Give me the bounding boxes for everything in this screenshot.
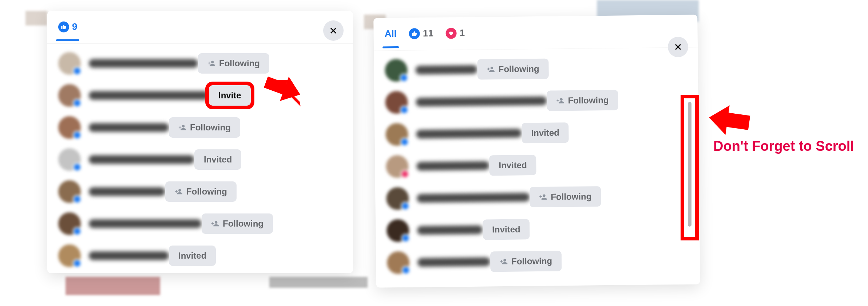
following-button[interactable]: Following <box>490 251 562 272</box>
reaction-row: Following <box>58 47 342 79</box>
person-name[interactable] <box>89 219 202 228</box>
reactions-tabs: 9 <box>47 11 353 44</box>
like-icon <box>73 259 82 268</box>
like-icon <box>400 106 409 114</box>
person-name[interactable] <box>89 123 169 132</box>
like-icon <box>409 28 420 39</box>
following-button[interactable]: Following <box>198 53 269 74</box>
avatar[interactable] <box>58 148 81 171</box>
person-name[interactable] <box>89 251 169 260</box>
avatar[interactable] <box>58 52 81 75</box>
person-name[interactable] <box>89 91 209 100</box>
button-label: Invited <box>178 251 206 261</box>
person-name[interactable] <box>417 257 490 267</box>
person-name[interactable] <box>417 225 483 235</box>
close-icon <box>674 43 682 51</box>
like-icon <box>73 67 82 75</box>
following-button[interactable]: Following <box>477 59 549 80</box>
following-button[interactable]: Following <box>547 90 618 111</box>
invited-button[interactable]: Invited <box>169 246 216 266</box>
following-button[interactable]: Following <box>169 117 240 138</box>
reaction-row: Invited <box>386 148 688 183</box>
avatar[interactable] <box>58 84 81 107</box>
reaction-row: Following <box>58 208 342 240</box>
button-label: Invited <box>499 160 527 170</box>
avatar[interactable] <box>386 155 409 178</box>
person-name[interactable] <box>416 65 477 75</box>
reaction-row: Invited <box>387 212 689 247</box>
tab-all[interactable]: All <box>384 28 397 47</box>
tab-love[interactable]: 1 <box>446 27 465 47</box>
person-name[interactable] <box>416 129 522 138</box>
reaction-row: Invited <box>385 115 688 151</box>
annotation-scroll-text: Don't Forget to Scroll <box>713 138 854 154</box>
person-name[interactable] <box>89 59 198 68</box>
button-label: Following <box>223 219 263 229</box>
tab-like[interactable]: 9 <box>58 21 77 40</box>
reaction-row: Invited <box>58 240 342 272</box>
add-friend-icon <box>500 258 508 266</box>
following-button[interactable]: Following <box>202 213 273 234</box>
reactions-list: FollowingInviteFollowingInvitedFollowing… <box>47 44 353 272</box>
person-name[interactable] <box>417 193 530 203</box>
reaction-row: Following <box>386 180 689 215</box>
add-friend-icon <box>539 193 547 201</box>
tab-like-count: 11 <box>423 28 433 39</box>
add-friend-icon <box>487 65 495 73</box>
invite-button[interactable]: Invite <box>209 85 251 106</box>
reactions-dialog-left: 9 FollowingInviteFollowingInvitedFollowi… <box>47 11 353 273</box>
button-label: Following <box>190 122 231 133</box>
reactions-dialog-right: All 11 1 FollowingFollowingInvitedInvite… <box>373 15 700 287</box>
close-button[interactable] <box>668 37 689 58</box>
close-icon <box>329 26 338 35</box>
button-label: Following <box>551 191 591 202</box>
like-icon <box>401 202 409 211</box>
avatar[interactable] <box>385 91 408 114</box>
avatar[interactable] <box>386 187 409 210</box>
avatar[interactable] <box>58 180 81 203</box>
avatar[interactable] <box>58 116 81 139</box>
avatar[interactable] <box>385 123 408 146</box>
like-icon <box>73 99 82 107</box>
following-button[interactable]: Following <box>530 186 601 207</box>
avatar[interactable] <box>385 59 408 82</box>
person-name[interactable] <box>89 187 165 196</box>
person-name[interactable] <box>89 155 194 164</box>
reaction-row: Invited <box>58 144 342 176</box>
invited-button[interactable]: Invited <box>489 155 536 176</box>
button-label: Invited <box>492 224 520 235</box>
add-friend-icon <box>207 59 215 67</box>
reaction-row: Following <box>387 244 689 279</box>
reaction-row: Following <box>385 83 687 119</box>
invited-button[interactable]: Invited <box>483 219 530 240</box>
avatar[interactable] <box>387 219 409 242</box>
add-friend-icon <box>556 97 564 105</box>
like-icon <box>401 266 410 275</box>
invited-button[interactable]: Invited <box>522 122 569 143</box>
reaction-row: Following <box>58 176 342 208</box>
following-button[interactable]: Following <box>165 181 237 202</box>
person-name[interactable] <box>416 97 547 107</box>
reaction-row: Invite <box>58 79 342 111</box>
add-friend-icon <box>178 123 186 132</box>
close-button[interactable] <box>323 20 344 41</box>
avatar[interactable] <box>387 251 410 274</box>
invited-button[interactable]: Invited <box>194 149 241 170</box>
button-label: Invited <box>204 154 232 165</box>
button-label: Invited <box>531 128 559 138</box>
button-label: Following <box>568 95 609 106</box>
person-name[interactable] <box>416 161 489 170</box>
reactions-tabs: All 11 1 <box>373 15 698 51</box>
reaction-row: Following <box>385 51 687 87</box>
avatar[interactable] <box>58 212 81 235</box>
tab-like[interactable]: 11 <box>409 28 433 47</box>
avatar[interactable] <box>58 244 81 267</box>
svg-marker-2 <box>707 103 751 138</box>
button-label: Following <box>186 187 227 197</box>
button-label: Invite <box>218 90 241 101</box>
like-icon <box>401 234 410 243</box>
reactions-list: FollowingFollowingInvitedInvitedFollowin… <box>374 47 700 279</box>
tab-all-label: All <box>384 28 397 39</box>
like-icon <box>400 74 408 82</box>
like-icon <box>73 163 82 172</box>
